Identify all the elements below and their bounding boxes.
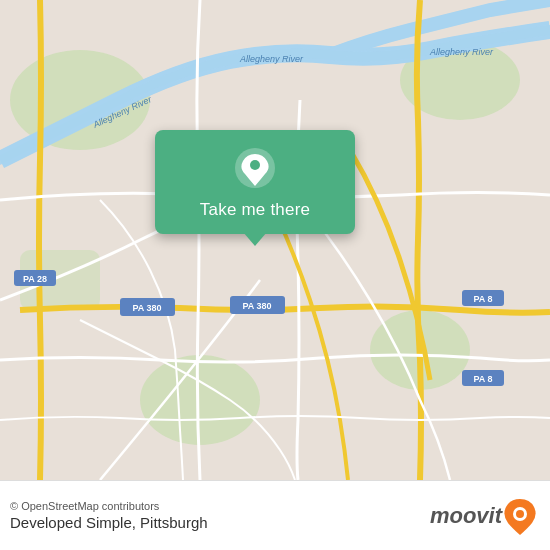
moovit-logo: moovit <box>430 497 536 535</box>
location-pin-icon <box>233 146 277 190</box>
svg-text:PA 380: PA 380 <box>132 303 161 313</box>
moovit-brand-text: moovit <box>430 503 502 529</box>
svg-text:PA 8: PA 8 <box>473 294 492 304</box>
map-svg: PA 380 PA 380 PA 8 PA 8 PA 28 Allegheny … <box>0 0 550 480</box>
svg-text:Allegheny River: Allegheny River <box>239 54 304 64</box>
footer-bar: © OpenStreetMap contributors Developed S… <box>0 480 550 550</box>
location-label: Developed Simple, Pittsburgh <box>10 514 208 531</box>
svg-text:PA 8: PA 8 <box>473 374 492 384</box>
svg-text:PA 380: PA 380 <box>242 301 271 311</box>
take-me-there-button[interactable]: Take me there <box>200 200 310 220</box>
svg-text:Allegheny River: Allegheny River <box>429 47 494 57</box>
footer-info: © OpenStreetMap contributors Developed S… <box>10 500 208 531</box>
navigation-popup[interactable]: Take me there <box>155 130 355 234</box>
svg-point-3 <box>140 355 260 445</box>
osm-attribution: © OpenStreetMap contributors <box>10 500 208 512</box>
moovit-pin-icon <box>504 497 536 535</box>
svg-point-21 <box>250 160 260 170</box>
svg-point-23 <box>516 510 524 518</box>
map-view: PA 380 PA 380 PA 8 PA 8 PA 28 Allegheny … <box>0 0 550 480</box>
svg-text:PA 28: PA 28 <box>23 274 47 284</box>
